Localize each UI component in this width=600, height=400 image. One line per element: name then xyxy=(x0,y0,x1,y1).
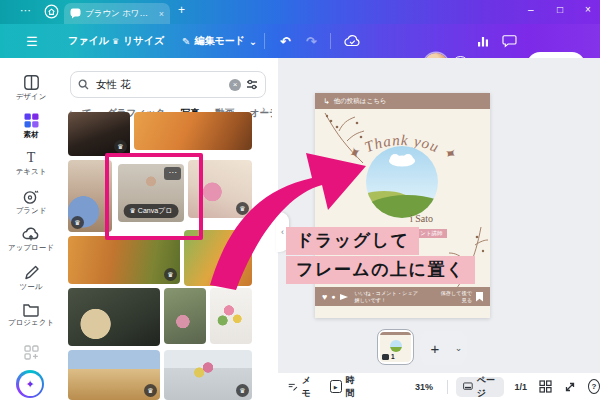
crown-badge-icon: ♛ xyxy=(164,268,177,281)
page-icon xyxy=(382,354,389,360)
photo-thumbnail[interactable]: ♛ xyxy=(68,236,180,284)
editor-toolbar: ☰ ファイル ♛ リサイズ ✎ 編集モード ⌄ ↶ ↷ + 共有 xyxy=(0,24,600,58)
sidebar: デザイン 素材 T テキスト ブランド アップロード ツール プロジェクト xyxy=(0,58,63,400)
footer-right-text: 保存して後で見る xyxy=(441,290,473,303)
window-minimize-button[interactable]: – xyxy=(528,4,534,15)
monitor-icon xyxy=(463,381,473,392)
notes-button[interactable]: メモ xyxy=(288,374,316,400)
comment-dot-icon: ● xyxy=(331,293,335,300)
tab-close-icon[interactable]: × xyxy=(159,9,164,19)
circle-photo-frame[interactable] xyxy=(366,146,438,218)
pen-icon xyxy=(23,264,40,281)
pencil-icon: ✎ xyxy=(182,36,190,47)
card-footer: ♥ ● いいね・コメント・シェア嬉しいです！ 保存して後で見る xyxy=(315,287,490,306)
zoom-level[interactable]: 31% xyxy=(415,382,433,392)
redo-button[interactable]: ↷ xyxy=(306,24,317,58)
apps-grid-icon[interactable] xyxy=(0,344,62,361)
crown-badge-icon: ♛ xyxy=(236,384,249,397)
add-page-chevron-icon[interactable]: ⌄ xyxy=(450,343,467,353)
add-page-button[interactable]: + ⌄ xyxy=(420,331,467,365)
page-count: 1/1 xyxy=(514,382,527,392)
photo-thumbnail[interactable] xyxy=(210,288,252,344)
text-icon: T xyxy=(0,150,62,166)
photo-thumbnail[interactable] xyxy=(134,112,252,150)
crown-badge-icon: ♛ xyxy=(236,202,249,215)
brand-icon xyxy=(22,188,40,205)
annotation-selection-box xyxy=(105,153,203,240)
window-titlebar: ⋯ ブラウン ホワイト... × + – □ × xyxy=(0,0,600,24)
sparkle-icon: ✦ xyxy=(19,373,42,396)
share-plane-icon xyxy=(340,294,348,300)
filter-sliders-icon[interactable] xyxy=(246,79,258,90)
tabs-next-icon[interactable]: › xyxy=(262,104,265,115)
insights-chart-icon[interactable] xyxy=(476,24,490,58)
search-icon xyxy=(78,79,89,90)
canva-logo-icon xyxy=(70,8,81,19)
memo-icon xyxy=(288,381,298,393)
sidebar-item-elements[interactable]: 素材 xyxy=(0,112,62,140)
toolbar-divider xyxy=(264,33,265,49)
photo-thumbnail[interactable]: ♛ xyxy=(164,350,252,400)
upload-cloud-icon xyxy=(22,226,40,242)
search-box[interactable]: × xyxy=(70,71,266,98)
edit-mode-button[interactable]: ✎ 編集モード ⌄ xyxy=(182,24,257,58)
grid-view-icon[interactable] xyxy=(539,380,552,393)
new-tab-button[interactable]: + xyxy=(178,3,185,17)
clear-search-icon[interactable]: × xyxy=(229,79,241,91)
undo-button[interactable]: ↶ xyxy=(280,24,291,58)
page-view-button[interactable]: ページ xyxy=(456,377,505,397)
elements-icon xyxy=(23,112,40,129)
sidebar-item-brand[interactable]: ブランド xyxy=(0,188,62,216)
document-tab[interactable]: ブラウン ホワイト... × xyxy=(64,3,170,24)
main-menu-button[interactable]: ☰ xyxy=(26,24,38,58)
sidebar-item-tools[interactable]: ツール xyxy=(0,264,62,292)
home-icon[interactable] xyxy=(44,4,59,19)
bookmark-icon xyxy=(476,292,483,302)
fullscreen-icon[interactable] xyxy=(564,381,576,393)
sidebar-item-uploads[interactable]: アップロード xyxy=(0,226,62,253)
folder-icon xyxy=(22,302,40,317)
canva-app-window: ⋯ ブラウン ホワイト... × + – □ × ☰ ファイル ♛ リサイズ ✎… xyxy=(0,0,600,400)
cloud-sync-icon[interactable] xyxy=(344,24,361,58)
page-thumbnail-preview: 1 xyxy=(380,332,411,362)
magic-ai-button[interactable]: ✦ xyxy=(16,370,44,398)
page-number-chip: 1 xyxy=(382,353,395,360)
annotation-label-line1: ドラッグして xyxy=(286,227,419,255)
window-close-button[interactable]: × xyxy=(585,4,591,15)
photo-thumbnail[interactable] xyxy=(164,288,206,344)
sidebar-item-projects[interactable]: プロジェクト xyxy=(0,302,62,328)
card-name-text[interactable]: i Sato xyxy=(410,213,433,224)
search-input[interactable] xyxy=(94,78,224,92)
add-page-plus-icon[interactable]: + xyxy=(420,340,450,357)
statusbar-divider xyxy=(447,380,448,394)
annotation-label-line2: フレームの上に置く xyxy=(286,256,475,284)
chevron-down-icon: ⌄ xyxy=(249,36,257,47)
comment-icon[interactable] xyxy=(502,24,517,58)
toolbar-divider xyxy=(330,33,331,49)
status-bar: メモ ▶ 時間 31% ページ 1/1 ? xyxy=(278,373,600,400)
design-card[interactable]: ↳ 他の投稿はこちら ✦ Thank you ✦ xyxy=(315,93,490,318)
crown-icon: ♛ xyxy=(112,37,119,46)
window-maximize-button[interactable]: □ xyxy=(557,4,563,15)
browser-menu-icon[interactable]: ⋯ xyxy=(20,4,32,17)
photo-thumbnail[interactable]: ♛ xyxy=(68,350,160,400)
page-thumbnail[interactable]: 1 xyxy=(377,329,414,365)
tab-title: ブラウン ホワイト... xyxy=(85,8,155,20)
play-icon: ▶ xyxy=(330,380,342,393)
crown-badge-icon: ♛ xyxy=(71,216,84,229)
duration-button[interactable]: ▶ 時間 xyxy=(330,374,360,400)
design-icon xyxy=(23,74,40,91)
tab-audio[interactable]: オーディオ xyxy=(250,107,272,120)
file-menu-button[interactable]: ファイル xyxy=(68,24,109,58)
heart-icon: ♥ xyxy=(322,292,327,302)
photo-thumbnail[interactable]: ♛ xyxy=(68,112,130,156)
sidebar-item-design[interactable]: デザイン xyxy=(0,74,62,102)
footer-left-text: いいね・コメント・シェア嬉しいです！ xyxy=(355,290,418,303)
photo-thumbnail[interactable] xyxy=(68,288,160,346)
help-button[interactable]: ? xyxy=(588,379,600,394)
crown-badge-icon: ♛ xyxy=(144,384,157,397)
sidebar-item-text[interactable]: T テキスト xyxy=(0,150,62,177)
crown-badge-icon: ♛ xyxy=(114,140,127,153)
resize-button[interactable]: ♛ リサイズ xyxy=(112,24,164,58)
